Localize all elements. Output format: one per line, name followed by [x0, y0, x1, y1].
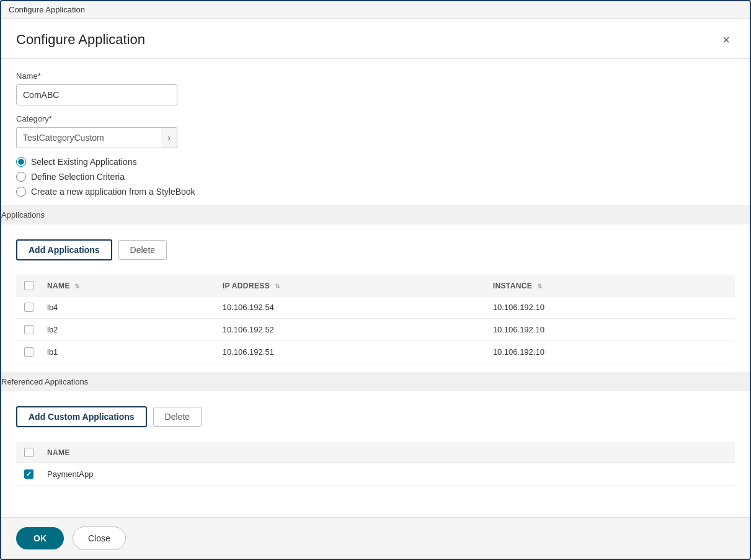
row-name: lb1 — [41, 341, 216, 363]
referenced-select-all-checkbox[interactable] — [24, 448, 33, 457]
dialog-body: Name* Category* › Select Existing Applic… — [1, 59, 750, 517]
row-checkbox-cell — [16, 463, 41, 486]
radio-define-criteria-label: Define Selection Criteria — [31, 172, 125, 182]
radio-define-criteria-input[interactable] — [16, 172, 26, 182]
dialog-header: Configure Application × — [1, 19, 750, 59]
name-sort-icon[interactable]: ⇅ — [74, 283, 79, 290]
row-name: PaymentApp — [41, 463, 735, 486]
title-bar-text: Configure Application — [9, 5, 85, 14]
referenced-section-divider: Referenced Applications — [1, 372, 750, 391]
add-custom-applications-button[interactable]: Add Custom Applications — [16, 406, 147, 427]
row-checkbox-checked[interactable] — [24, 469, 33, 479]
row-checkbox[interactable] — [24, 347, 33, 357]
category-field-group: Category* › — [16, 114, 735, 148]
table-row: lb4 10.106.192.54 10.106.192.10 — [16, 296, 735, 319]
radio-create-stylebook[interactable]: Create a new application from a StyleBoo… — [16, 187, 735, 197]
row-name: lb4 — [41, 296, 216, 319]
row-ip: 10.106.192.51 — [216, 341, 487, 363]
applications-header-ip: IP ADDRESS ⇅ — [216, 275, 487, 296]
applications-header-instance: INSTANCE ⇅ — [487, 275, 735, 296]
referenced-table: NAME PaymentApp — [16, 442, 735, 486]
dialog-container: Configure Application × Name* Category* … — [1, 19, 750, 559]
name-field-group: Name* — [16, 71, 735, 105]
name-label: Name* — [16, 71, 735, 81]
applications-header-checkbox-col — [16, 275, 41, 296]
row-checkbox-cell — [16, 296, 41, 319]
dialog-footer: OK Close — [1, 517, 750, 559]
referenced-header-name: NAME — [41, 442, 735, 463]
applications-toolbar: Add Applications Delete — [16, 233, 735, 267]
close-button[interactable]: Close — [73, 527, 126, 550]
referenced-toolbar: Add Custom Applications Delete — [16, 400, 735, 433]
delete-applications-button[interactable]: Delete — [118, 240, 167, 260]
radio-create-stylebook-input[interactable] — [16, 187, 26, 197]
table-row: lb2 10.106.192.52 10.106.192.10 — [16, 319, 735, 341]
referenced-section-header: Referenced Applications — [1, 372, 750, 391]
row-instance: 10.106.192.10 — [487, 341, 735, 363]
radio-select-existing-label: Select Existing Applications — [31, 157, 136, 167]
row-checkbox[interactable] — [24, 325, 33, 334]
referenced-table-header-row: NAME — [16, 442, 735, 463]
radio-group: Select Existing Applications Define Sele… — [16, 157, 735, 197]
category-arrow-icon[interactable]: › — [161, 127, 177, 148]
applications-section-divider: Applications — [1, 205, 750, 224]
name-input[interactable] — [16, 84, 177, 105]
row-ip: 10.106.192.52 — [216, 319, 487, 341]
close-icon-button[interactable]: × — [718, 31, 735, 48]
applications-table-header-row: NAME ⇅ IP ADDRESS ⇅ INSTANCE ⇅ — [16, 275, 735, 296]
row-checkbox[interactable] — [24, 303, 33, 312]
dialog-title: Configure Application — [16, 32, 145, 48]
delete-referenced-button[interactable]: Delete — [153, 407, 202, 427]
applications-header-name: NAME ⇅ — [41, 275, 216, 296]
configure-application-window: Configure Application Configure Applicat… — [0, 0, 751, 560]
instance-sort-icon[interactable]: ⇅ — [537, 283, 542, 290]
title-bar: Configure Application — [1, 1, 750, 19]
row-checkbox-cell — [16, 319, 41, 341]
radio-select-existing-input[interactable] — [16, 157, 26, 167]
ok-button[interactable]: OK — [16, 527, 64, 549]
applications-table: NAME ⇅ IP ADDRESS ⇅ INSTANCE ⇅ — [16, 275, 735, 363]
row-name: lb2 — [41, 319, 216, 341]
row-checkbox-cell — [16, 341, 41, 363]
referenced-header-checkbox-col — [16, 442, 41, 463]
category-input[interactable] — [16, 127, 161, 148]
row-instance: 10.106.192.10 — [487, 319, 735, 341]
category-row: › — [16, 127, 177, 148]
row-ip: 10.106.192.54 — [216, 296, 487, 319]
applications-select-all-checkbox[interactable] — [24, 281, 33, 290]
ip-sort-icon[interactable]: ⇅ — [275, 283, 280, 290]
table-row: PaymentApp — [16, 463, 735, 486]
radio-create-stylebook-label: Create a new application from a StyleBoo… — [31, 187, 195, 197]
radio-define-criteria[interactable]: Define Selection Criteria — [16, 172, 735, 182]
table-row: lb1 10.106.192.51 10.106.192.10 — [16, 341, 735, 363]
applications-section-header: Applications — [1, 205, 750, 224]
radio-select-existing[interactable]: Select Existing Applications — [16, 157, 735, 167]
add-applications-button[interactable]: Add Applications — [16, 239, 112, 260]
category-label: Category* — [16, 114, 735, 123]
row-instance: 10.106.192.10 — [487, 296, 735, 319]
